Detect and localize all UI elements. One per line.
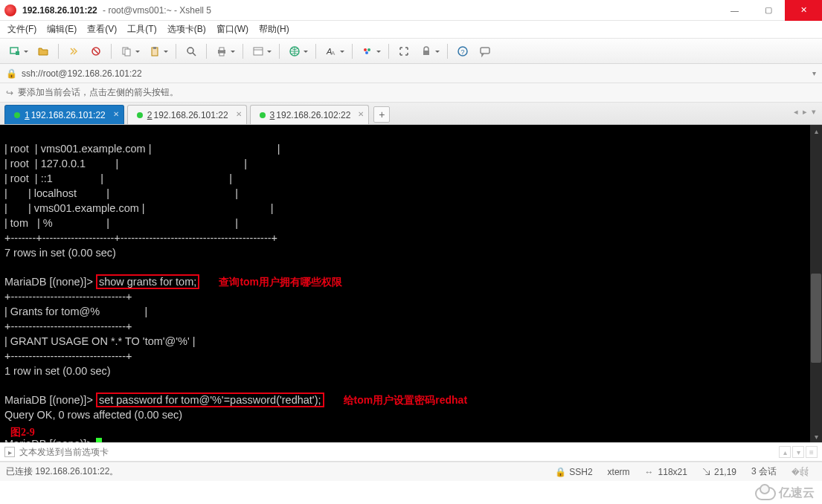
size-text: 118x21	[658, 467, 687, 477]
new-session-button[interactable]	[6, 42, 24, 60]
brand-text: 亿速云	[779, 485, 815, 501]
proto-text: SSH2	[569, 467, 592, 477]
tab-3[interactable]: 3 192.168.26.102:22 ✕	[250, 105, 370, 124]
svg-point-7	[187, 48, 193, 54]
print-button[interactable]	[213, 42, 231, 60]
svg-text:?: ?	[461, 48, 465, 56]
status-size: 118x21	[645, 467, 687, 477]
address-text: ssh://root@192.168.26.101:22	[22, 68, 142, 79]
compose-toggle-button[interactable]: ▸	[4, 447, 15, 457]
tab-close-icon[interactable]: ✕	[113, 110, 119, 118]
tab-2[interactable]: 2 192.168.26.101:22 ✕	[127, 105, 247, 124]
status-termtype: xterm	[608, 467, 630, 477]
svg-rect-6	[153, 47, 156, 49]
tab-label: 192.168.26.101:22	[153, 110, 228, 120]
maximize-button[interactable]: ▢	[751, 0, 785, 21]
tab-label: 192.168.26.101:22	[31, 110, 106, 120]
svg-point-15	[364, 48, 367, 51]
close-button[interactable]: ✕	[785, 0, 822, 21]
titlebar: 192.168.26.101:22 - root@vms001:~ - Xshe…	[0, 0, 822, 21]
prompt: MariaDB [(none)]>	[4, 394, 96, 406]
status-dot-icon	[260, 112, 266, 118]
svg-rect-10	[219, 53, 224, 56]
minimize-button[interactable]: —	[718, 0, 751, 21]
highlighted-command: set password for tom@'%'=password('redha…	[96, 392, 324, 407]
term-line: | GRANT USAGE ON *.* TO 'tom'@'%' |	[4, 335, 196, 347]
term-line: Query OK, 0 rows affected (0.00 sec)	[4, 409, 182, 421]
tab-close-icon[interactable]: ✕	[358, 110, 364, 118]
term-line: | root | 127.0.0.1 | |	[4, 158, 247, 169]
term-line: | | vms001.example.com | |	[4, 202, 274, 214]
fullscreen-button[interactable]	[395, 42, 413, 60]
term-line: +--------------------------------+	[4, 291, 132, 303]
tab-close-icon[interactable]: ✕	[236, 110, 242, 118]
status-sessions: 3 会话	[751, 465, 777, 478]
tab-number: 3	[270, 110, 275, 120]
compose-input[interactable]	[19, 447, 779, 457]
address-bar[interactable]: 🔒 ssh://root@192.168.26.101:22 ▾	[0, 64, 822, 83]
help-button[interactable]: ?	[454, 42, 472, 60]
prompt: MariaDB [(none)]>	[4, 276, 96, 288]
svg-rect-11	[254, 48, 263, 55]
term-line: +--------------------------------+	[4, 320, 132, 332]
find-button[interactable]	[182, 42, 200, 60]
tab-next-icon[interactable]: ▸	[801, 107, 809, 117]
tab-prev-icon[interactable]: ◂	[792, 107, 800, 117]
annotation: 查询tom用户拥有哪些权限	[219, 276, 342, 288]
new-tab-button[interactable]: +	[373, 106, 390, 123]
menu-tabs[interactable]: 选项卡(B)	[167, 23, 206, 36]
feedback-button[interactable]	[476, 42, 494, 60]
terminal[interactable]: | root | vms001.example.com | | | root |…	[0, 125, 822, 442]
menu-view[interactable]: 查看(V)	[87, 23, 117, 36]
status-menu-icon[interactable]: �ईई	[792, 467, 809, 477]
menu-edit[interactable]: 编辑(E)	[47, 23, 77, 36]
web-button[interactable]	[286, 42, 304, 60]
copy-button[interactable]	[118, 42, 135, 60]
svg-point-17	[365, 51, 368, 54]
menu-help[interactable]: 帮助(H)	[259, 23, 289, 36]
status-dot-icon	[14, 112, 20, 118]
history-list-icon[interactable]: ≡	[806, 446, 818, 458]
brand-logo: 亿速云	[755, 485, 815, 501]
status-bar: 已连接 192.168.26.101:22。 🔒SSH2 xterm 118x2…	[0, 462, 822, 481]
reconnect-button[interactable]	[65, 42, 83, 60]
tab-1[interactable]: 1 192.168.26.101:22 ✕	[4, 105, 124, 124]
pos-text: 21,19	[714, 467, 736, 477]
menu-file[interactable]: 文件(F)	[7, 23, 36, 36]
term-line: | root | vms001.example.com | |	[4, 143, 280, 155]
history-down-icon[interactable]: ▾	[792, 446, 804, 458]
properties-button[interactable]	[249, 42, 267, 60]
font-button[interactable]: AA	[322, 42, 340, 60]
annotation: 给tom用户设置密码redhat	[344, 394, 467, 406]
term-line: | Grants for tom@% |	[4, 306, 147, 317]
tab-strip: 1 192.168.26.101:22 ✕ 2 192.168.26.101:2…	[0, 103, 822, 125]
open-button[interactable]	[34, 42, 52, 60]
subtitle-text: root@vms001:~ - Xshell 5	[108, 5, 211, 16]
term-line: +--------------------------------+	[4, 350, 132, 362]
scroll-thumb[interactable]	[811, 274, 821, 363]
term-line: | | localhost | |	[4, 187, 238, 199]
cursor	[96, 438, 102, 442]
menu-tools[interactable]: 工具(T)	[127, 23, 156, 36]
term-line: +-------+--------------------+----------…	[4, 232, 277, 244]
paste-button[interactable]	[146, 42, 164, 60]
scroll-down-icon[interactable]: ▾	[810, 430, 822, 442]
scrollbar[interactable]: ▴ ▾	[810, 125, 822, 442]
term-line: 1 row in set (0.00 sec)	[4, 365, 111, 377]
disconnect-button[interactable]	[87, 42, 105, 60]
scroll-up-icon[interactable]: ▴	[810, 125, 822, 137]
hint-arrow-icon[interactable]: ↪	[6, 88, 13, 98]
history-up-icon[interactable]: ▴	[779, 446, 791, 458]
svg-rect-21	[481, 48, 489, 54]
svg-rect-9	[219, 48, 224, 51]
tab-list-icon[interactable]: ▾	[810, 107, 818, 117]
term-line: | root | ::1 | |	[4, 172, 232, 184]
menu-window[interactable]: 窗口(W)	[216, 23, 248, 36]
address-dropdown-icon[interactable]: ▾	[812, 69, 816, 77]
status-protocol: 🔒SSH2	[555, 467, 592, 477]
highlighted-command: show grants for tom;	[96, 274, 199, 289]
status-dot-icon	[137, 112, 143, 118]
lock-button[interactable]	[417, 42, 435, 60]
svg-point-16	[367, 48, 370, 51]
color-button[interactable]	[359, 42, 376, 60]
